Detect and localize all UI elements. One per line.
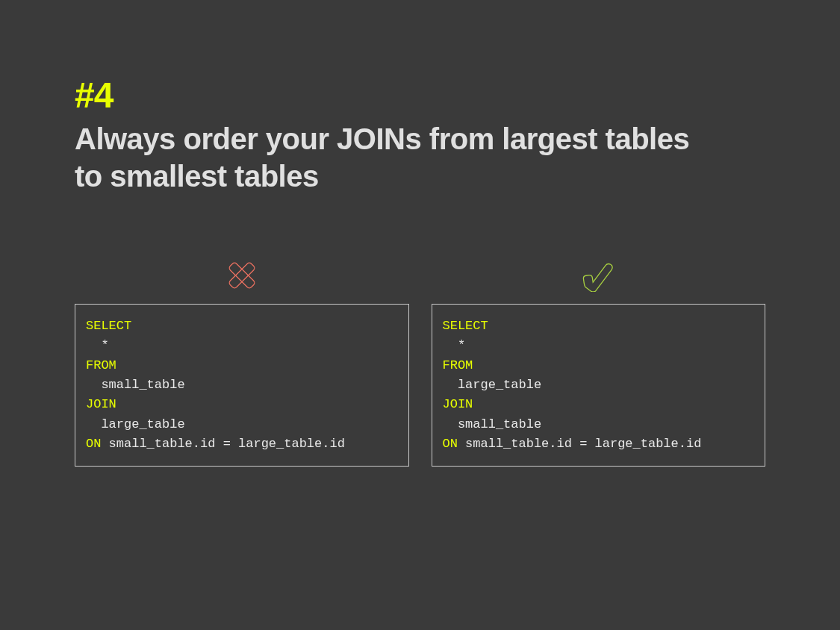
svg-rect-1: [228, 262, 255, 290]
good-example-column: SELECT * FROM large_table JOIN small_tab…: [432, 255, 766, 467]
from-table: large_table: [443, 378, 542, 392]
on-clause: small_table.id = large_table.id: [458, 437, 701, 451]
kw-from: FROM: [443, 358, 473, 372]
comparison-columns: SELECT * FROM small_table JOIN large_tab…: [75, 255, 765, 467]
kw-on: ON: [443, 437, 458, 451]
kw-select: SELECT: [86, 319, 131, 333]
tip-number: #4: [75, 75, 765, 116]
kw-join: JOIN: [443, 397, 473, 411]
code-star: *: [86, 338, 109, 352]
bad-example-column: SELECT * FROM small_table JOIN large_tab…: [75, 255, 409, 467]
kw-select: SELECT: [443, 319, 488, 333]
on-clause: small_table.id = large_table.id: [101, 437, 344, 451]
svg-rect-0: [228, 262, 255, 290]
bad-code-box: SELECT * FROM small_table JOIN large_tab…: [75, 304, 409, 467]
good-code-box: SELECT * FROM large_table JOIN small_tab…: [432, 304, 766, 467]
join-table: large_table: [86, 417, 185, 431]
code-star: *: [443, 338, 466, 352]
kw-join: JOIN: [86, 397, 116, 411]
from-table: small_table: [86, 378, 185, 392]
kw-from: FROM: [86, 358, 116, 372]
join-table: small_table: [443, 417, 542, 431]
check-icon: [579, 255, 617, 296]
tip-title: Always order your JOINs from largest tab…: [75, 120, 717, 195]
cross-icon: [225, 255, 258, 296]
kw-on: ON: [86, 437, 101, 451]
